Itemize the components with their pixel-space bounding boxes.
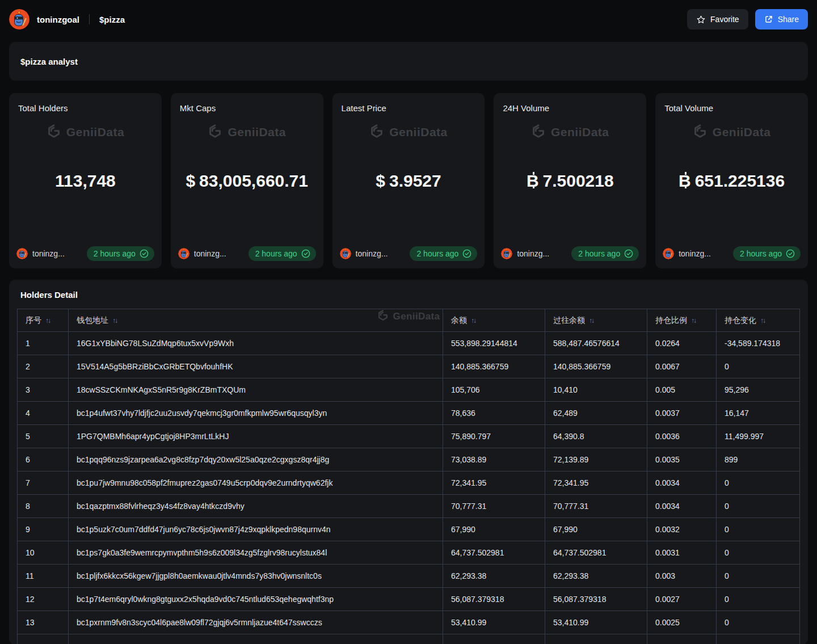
cell-address: bc1pu7jw9mnu98c058pf2fmuprez2gas0749u5cr… bbox=[69, 472, 443, 495]
updated-badge: 2 hours ago bbox=[249, 246, 316, 261]
analyst-panel: $pizza analyst bbox=[9, 42, 808, 81]
table-row: 7bc1pu7jw9mnu98c058pf2fmuprez2gas0749u5c… bbox=[18, 472, 800, 495]
cell-balance: 64,737.502981 bbox=[443, 541, 545, 565]
page-title: $pizza analyst bbox=[20, 57, 78, 66]
table-row: 13bc1pxrnm9fv8n3scyc04l6pae8lw09fl72gjqj… bbox=[18, 611, 800, 634]
author-name: toninzg... bbox=[356, 249, 388, 258]
token-title: $pizza bbox=[99, 15, 125, 24]
cell-balance: 75,890.797 bbox=[443, 425, 545, 448]
card-title: 24H Volume bbox=[503, 103, 549, 113]
column-header-holding-ratio[interactable]: 持仓比例↑↓ bbox=[647, 309, 717, 332]
author-name: toninzg... bbox=[32, 249, 65, 258]
card-footer: toninzg... 2 hours ago bbox=[178, 246, 316, 261]
cell-holding-change: 11,499.997 bbox=[717, 425, 800, 448]
updated-label: 2 hours ago bbox=[94, 249, 136, 258]
cell-balance: 73,038.89 bbox=[443, 448, 545, 472]
geniidata-logo-icon bbox=[693, 124, 707, 141]
cell-index: 2 bbox=[18, 355, 69, 378]
column-header-previous-balance[interactable]: 过往余额↑↓ bbox=[545, 309, 647, 332]
author-name: toninzg... bbox=[679, 249, 711, 258]
cell-holding-change: 899 bbox=[717, 448, 800, 472]
table-row: 9bc1p5uzk7c0um7ddfd47jun6yc78c6js0jwvn87… bbox=[18, 518, 800, 541]
updated-badge: 2 hours ago bbox=[733, 246, 801, 261]
author-avatar bbox=[178, 248, 189, 259]
cell-holding-ratio: 0.0027 bbox=[647, 588, 717, 611]
card-title: Total Volume bbox=[664, 103, 713, 113]
card-footer: toninzg... 2 hours ago bbox=[16, 246, 154, 261]
table-row: 215V514A5g5bBRziBbCxGRbETQbvfouhfHK140,8… bbox=[18, 355, 800, 378]
updated-label: 2 hours ago bbox=[578, 249, 620, 258]
card-footer: toninzg... 2 hours ago bbox=[663, 246, 801, 261]
favorite-button[interactable]: Favorite bbox=[687, 9, 748, 30]
updated-badge: 2 hours ago bbox=[571, 246, 639, 261]
currency-symbol: B bbox=[679, 171, 691, 191]
column-label: 持仓变化 bbox=[725, 315, 756, 325]
breadcrumb: toninzgoal $pizza bbox=[9, 9, 125, 30]
star-icon bbox=[696, 15, 706, 24]
table-row: 10bc1ps7gk0a3fe9wemrcpymvpthm5h9s6z009l3… bbox=[18, 541, 800, 565]
cell-holding-ratio: 0.003 bbox=[647, 565, 717, 588]
cell-holding-ratio: 0.0035 bbox=[647, 448, 717, 472]
geniidata-logo-icon bbox=[47, 124, 61, 141]
cell-previous-balance bbox=[545, 634, 647, 644]
cell-balance bbox=[443, 634, 545, 644]
author-avatar bbox=[340, 248, 351, 259]
cell-index: 4 bbox=[18, 402, 69, 425]
check-circle-icon bbox=[786, 249, 795, 258]
cell-address: bc1p4ufwt37vhy7ldjfjc2uu2usvdy7qekmcj3gr… bbox=[69, 402, 443, 425]
card-title: Total Holders bbox=[18, 103, 68, 113]
cell-previous-balance: 53,410.99 bbox=[545, 611, 647, 634]
geniidata-watermark: GeniiData bbox=[332, 124, 485, 141]
author-name: toninzg... bbox=[194, 249, 226, 258]
updated-label: 2 hours ago bbox=[740, 249, 782, 258]
stat-card: Total Volume GeniiData B651.225136 tonin… bbox=[655, 93, 808, 268]
table-body: 116G1xYBbiNG78LSuZdMqp6tux5xvVp9Wxh553,8… bbox=[18, 332, 800, 644]
cell-address: bc1pxrnm9fv8n3scyc04l6pae8lw09fl72gjqj6v… bbox=[69, 611, 443, 634]
card-number: 7.500218 bbox=[543, 171, 614, 190]
card-value: B651.225136 bbox=[663, 171, 800, 191]
cell-balance: 72,341.95 bbox=[443, 472, 545, 495]
author-name: toninzg... bbox=[517, 249, 549, 258]
check-circle-icon bbox=[301, 249, 310, 258]
column-label: 过往余额 bbox=[553, 315, 585, 325]
card-number: 651.225136 bbox=[695, 171, 785, 190]
card-author: toninzg... bbox=[501, 248, 549, 259]
stat-cards: Total Holders GeniiData 113,748 toninzg.… bbox=[9, 93, 808, 268]
card-number: 113,748 bbox=[55, 171, 116, 190]
cell-holding-ratio: 0.0031 bbox=[647, 541, 717, 565]
card-value: $3.9527 bbox=[340, 171, 477, 191]
geniidata-watermark: GeniiData bbox=[655, 124, 808, 141]
cell-holding-change: 0 bbox=[717, 565, 800, 588]
card-title: Mkt Caps bbox=[180, 103, 216, 113]
column-header-address[interactable]: 钱包地址↑↓ bbox=[69, 309, 443, 332]
cell-holding-ratio: 0.0264 bbox=[647, 332, 717, 355]
table-row: 318cwSSzCKmNKAgxS5nR5r9g8KrZBmTXQUm105,7… bbox=[18, 378, 800, 402]
user-avatar[interactable] bbox=[9, 9, 30, 30]
geniidata-watermark-text: GeniiData bbox=[713, 125, 771, 139]
cell-previous-balance: 72,139.89 bbox=[545, 448, 647, 472]
cell-index: 10 bbox=[18, 541, 69, 565]
table-row: 8bc1qazptmx88fvlrheqz3y4s4fz8vay4htkczd9… bbox=[18, 495, 800, 518]
cell-index: 1 bbox=[18, 332, 69, 355]
column-header-balance[interactable]: 余额↑↓ bbox=[443, 309, 545, 332]
author-avatar bbox=[663, 248, 674, 259]
updated-label: 2 hours ago bbox=[255, 249, 297, 258]
breadcrumb-divider bbox=[89, 14, 90, 24]
table-row: 11bc1pljfx6kkcx56kgew7jjgpl8h0aemkwau0jt… bbox=[18, 565, 800, 588]
table-row-partial bbox=[18, 634, 800, 644]
cell-address: 16G1xYBbiNG78LSuZdMqp6tux5xvVp9Wxh bbox=[69, 332, 443, 355]
cell-index bbox=[18, 634, 69, 644]
cell-holding-change: -34,589.174318 bbox=[717, 332, 800, 355]
column-header-holding-change[interactable]: 持仓变化↑↓ bbox=[717, 309, 800, 332]
column-header-index[interactable]: 序号↑↓ bbox=[18, 309, 69, 332]
currency-symbol: $ bbox=[186, 171, 195, 190]
top-actions: Favorite Share bbox=[687, 9, 808, 30]
cell-index: 6 bbox=[18, 448, 69, 472]
share-button[interactable]: Share bbox=[755, 9, 808, 30]
cell-holding-change: 95,296 bbox=[717, 378, 800, 402]
cell-address bbox=[69, 634, 443, 644]
geniidata-watermark-text: GeniiData bbox=[389, 125, 448, 139]
cell-holding-ratio: 0.0037 bbox=[647, 402, 717, 425]
cell-holding-ratio bbox=[647, 634, 717, 644]
cell-balance: 78,636 bbox=[443, 402, 545, 425]
